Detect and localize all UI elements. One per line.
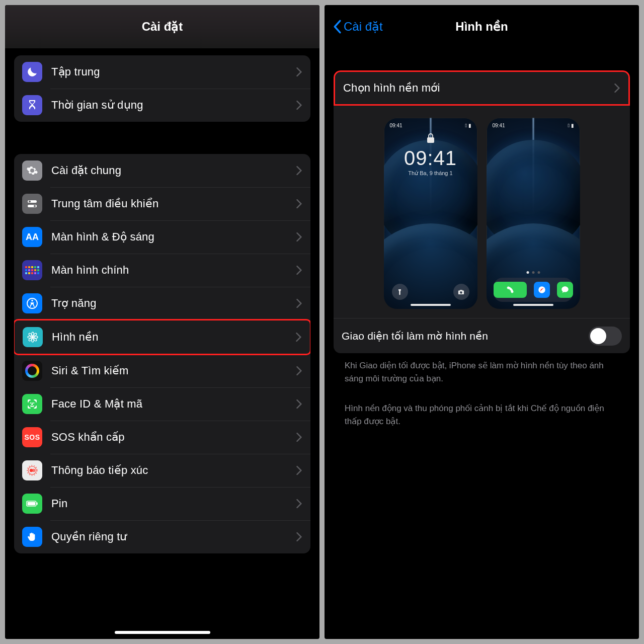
row-label: Quyền riêng tư — [51, 530, 296, 543]
settings-row-exposure[interactable]: Thông báo tiếp xúc — [14, 454, 310, 487]
home-indicator — [411, 304, 451, 306]
lockscreen-preview[interactable]: 09:41􀙇 ▮ 09:41 Thứ Ba, 9 tháng 1 — [384, 118, 477, 309]
svg-point-3 — [34, 205, 36, 207]
row-label: Màn hình chính — [51, 264, 296, 277]
settings-row-screentime[interactable]: Thời gian sử dụng — [14, 89, 310, 122]
wallpaper-content[interactable]: Chọn hình nền mới 09:41􀙇 ▮ 09:41 Thứ Ba,… — [325, 48, 639, 639]
svg-rect-23 — [37, 502, 38, 505]
chevron-right-icon — [296, 266, 302, 275]
wallpaper-previews: 09:41􀙇 ▮ 09:41 Thứ Ba, 9 tháng 1 09:41􀙇 … — [334, 106, 630, 318]
chevron-right-icon — [296, 399, 302, 409]
svg-point-18 — [32, 469, 35, 472]
chevron-right-icon — [296, 232, 302, 242]
row-label: Chọn hình nền mới — [343, 82, 614, 95]
settings-row-accessibility[interactable]: Trợ năng — [14, 287, 310, 320]
settings-row-faceid[interactable]: Face ID & Mật mã — [14, 387, 310, 421]
dock — [494, 278, 573, 302]
status-bar: 09:41􀙇 ▮ — [493, 123, 574, 128]
highlight-choose: Chọn hình nền mới — [334, 70, 630, 106]
row-label: Cài đặt chung — [51, 164, 296, 177]
row-label: Trung tâm điều khiển — [51, 197, 296, 210]
settings-list[interactable]: Tập trung Thời gian sử dụng Cài đặt chun… — [5, 48, 319, 639]
sos-icon: SOS — [22, 427, 42, 447]
chevron-right-icon — [296, 532, 302, 541]
settings-row-display[interactable]: AA Màn hình & Độ sáng — [14, 220, 310, 254]
siri-icon — [22, 361, 42, 381]
nav-bar: Cài đặt Hình nền — [325, 5, 639, 48]
page-dots — [526, 271, 540, 274]
flower-icon — [23, 327, 43, 347]
settings-row-control-center[interactable]: Trung tâm điều khiển — [14, 187, 310, 220]
chevron-right-icon — [296, 433, 302, 442]
lock-date: Thứ Ba, 9 tháng 1 — [384, 170, 477, 177]
row-label: Trợ năng — [51, 297, 296, 310]
camera-icon — [453, 284, 469, 300]
hand-icon — [22, 527, 42, 547]
chevron-right-icon — [296, 499, 302, 508]
choose-wallpaper-row[interactable]: Chọn hình nền mới — [335, 72, 628, 104]
row-label: Pin — [51, 497, 296, 510]
row-label: SOS khẩn cấp — [51, 431, 296, 444]
phone-app-icon — [494, 282, 527, 298]
wallpaper-group: Chọn hình nền mới 09:41􀙇 ▮ 09:41 Thứ Ba,… — [334, 70, 630, 353]
wallpaper-screen: Cài đặt Hình nền Chọn hình nền mới 09 — [325, 5, 639, 639]
svg-point-16 — [34, 403, 34, 404]
row-label: Hình nền — [52, 331, 296, 344]
chevron-right-icon — [296, 199, 302, 208]
settings-row-general[interactable]: Cài đặt chung — [14, 154, 310, 187]
dark-dim-row: Giao diện tối làm mờ hình nền — [334, 318, 630, 353]
page-title: Hình nền — [455, 20, 508, 34]
svg-rect-22 — [28, 502, 35, 506]
row-label: Thời gian sử dụng — [51, 99, 296, 112]
chevron-right-icon — [296, 166, 302, 175]
hourglass-icon — [22, 95, 42, 115]
svg-point-15 — [31, 403, 31, 404]
home-indicator — [513, 304, 553, 306]
homescreen-preview[interactable]: 09:41􀙇 ▮ — [487, 118, 580, 309]
flashlight-icon — [392, 284, 408, 300]
svg-point-1 — [29, 201, 31, 203]
settings-row-battery[interactable]: Pin — [14, 487, 310, 520]
settings-row-wallpaper[interactable]: Hình nền — [15, 320, 310, 354]
chevron-right-icon — [296, 299, 302, 308]
status-bar: 09:41􀙇 ▮ — [390, 123, 471, 128]
row-label: Face ID & Mật mã — [51, 397, 296, 411]
page-title: Cài đặt — [142, 20, 183, 34]
chevron-right-icon — [614, 84, 620, 93]
text-size-icon: AA — [22, 227, 42, 247]
lock-icon — [426, 133, 435, 144]
footer-note-1: Khi Giao diện tối được bật, iPhone sẽ là… — [334, 353, 630, 385]
row-label: Màn hình & Độ sáng — [51, 230, 296, 244]
settings-group-main: Cài đặt chung Trung tâm điều khiển AA Mà… — [14, 154, 310, 553]
svg-point-6 — [32, 336, 34, 338]
home-indicator[interactable] — [115, 631, 210, 634]
settings-row-focus[interactable]: Tập trung — [14, 55, 310, 89]
footer-note-2: Hình nền động và thu phóng phối cảnh bị … — [334, 396, 630, 428]
messages-app-icon — [557, 282, 573, 298]
settings-row-privacy[interactable]: Quyền riêng tư — [14, 520, 310, 553]
back-button[interactable]: Cài đặt — [332, 5, 383, 48]
chevron-right-icon — [296, 366, 302, 375]
accessibility-icon — [22, 293, 42, 313]
chevron-right-icon — [296, 67, 302, 76]
dark-dim-toggle[interactable] — [589, 327, 622, 346]
faceid-icon — [22, 394, 42, 414]
row-label: Siri & Tìm kiếm — [51, 364, 296, 377]
lock-time: 09:41 — [384, 147, 477, 170]
safari-app-icon — [534, 282, 550, 298]
battery-icon — [22, 494, 42, 514]
settings-row-home-screen[interactable]: Màn hình chính — [14, 254, 310, 287]
svg-point-5 — [31, 300, 33, 301]
settings-screen: Cài đặt Tập trung Thời gian sử dụng — [5, 5, 319, 639]
apps-grid-icon — [22, 260, 42, 280]
nav-bar: Cài đặt — [5, 5, 319, 48]
settings-row-sos[interactable]: SOS SOS khẩn cấp — [14, 421, 310, 454]
settings-row-siri[interactable]: Siri & Tìm kiếm — [14, 354, 310, 387]
row-label: Thông báo tiếp xúc — [51, 464, 296, 477]
back-label: Cài đặt — [344, 20, 383, 34]
highlight-wallpaper: Hình nền — [14, 319, 310, 355]
moon-icon — [22, 62, 42, 82]
exposure-icon — [22, 460, 42, 480]
chevron-right-icon — [296, 333, 302, 342]
chevron-right-icon — [296, 466, 302, 475]
